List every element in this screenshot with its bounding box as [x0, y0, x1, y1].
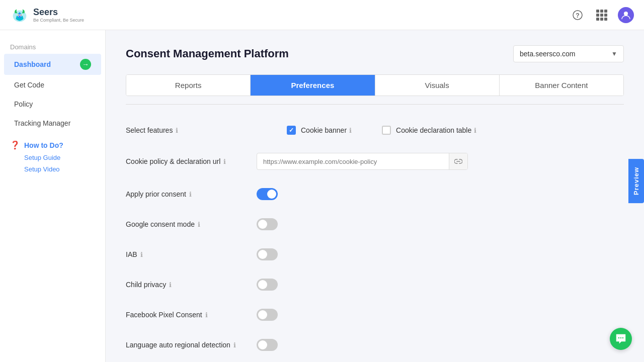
iab-info-icon[interactable]: ℹ: [140, 251, 143, 258]
iab-slider: [257, 248, 278, 260]
logo-tagline: Be Compliant, Be Secure: [33, 18, 84, 23]
child-privacy-toggle[interactable]: [257, 279, 278, 291]
svg-point-3: [18, 15, 19, 16]
cookie-policy-url-input[interactable]: [257, 153, 449, 169]
cookie-policy-label: Cookie policy & declaration url ℹ: [126, 157, 257, 165]
logo-text: Seers Be Compliant, Be Secure: [33, 7, 84, 23]
user-icon: [621, 11, 630, 20]
domain-selector[interactable]: beta.seersco.com ▼: [513, 45, 624, 62]
logo-area: Seers Be Compliant, Be Secure: [10, 6, 84, 25]
question-icon: ?: [573, 10, 583, 20]
tab-divider: [126, 104, 624, 105]
cookie-policy-info-icon[interactable]: ℹ: [223, 158, 226, 165]
help-button[interactable]: ?: [570, 7, 586, 23]
apply-prior-label: Apply prior consent ℹ: [126, 190, 257, 198]
svg-point-9: [620, 337, 621, 338]
google-consent-info-icon[interactable]: ℹ: [198, 221, 200, 228]
select-features-info-icon[interactable]: ℹ: [176, 127, 178, 134]
question-circle-icon: ❓: [10, 140, 20, 150]
cookie-banner-checkbox[interactable]: ✓: [287, 126, 296, 135]
google-consent-toggle[interactable]: [257, 218, 278, 230]
apply-prior-consent-row: Apply prior consent ℹ: [126, 179, 624, 209]
select-features-row: Select features ℹ ✓ Cookie banner ℹ: [126, 117, 624, 144]
how-to-do-section: ❓ How to Do?: [0, 133, 105, 152]
chat-icon: [615, 333, 626, 344]
check-icon: ✓: [289, 127, 294, 134]
cookie-policy-url-wrap: [257, 153, 468, 170]
cookie-declaration-feature: Cookie declaration table ℹ: [382, 126, 476, 135]
chat-button[interactable]: [610, 328, 632, 350]
cookie-policy-row: Cookie policy & declaration url ℹ: [126, 144, 624, 179]
link-icon: [454, 157, 462, 165]
preferences-section: Select features ℹ ✓ Cookie banner ℹ: [126, 117, 624, 360]
page-title: Consent Management Platform: [126, 47, 289, 60]
facebook-pixel-row: Facebook Pixel Consent ℹ: [126, 300, 624, 330]
user-avatar-button[interactable]: [618, 7, 634, 23]
facebook-pixel-label: Facebook Pixel Consent ℹ: [126, 311, 257, 319]
main-content: Consent Management Platform beta.seersco…: [106, 30, 644, 362]
svg-point-4: [21, 15, 22, 16]
svg-point-8: [618, 337, 619, 338]
tab-visuals[interactable]: Visuals: [375, 75, 500, 96]
child-privacy-slider: [257, 279, 278, 291]
child-privacy-row: Child privacy ℹ: [126, 269, 624, 300]
child-privacy-label: Child privacy ℹ: [126, 281, 257, 289]
language-auto-info-icon[interactable]: ℹ: [233, 341, 236, 349]
dashboard-active-indicator: →: [80, 59, 91, 70]
facebook-pixel-info-icon[interactable]: ℹ: [205, 311, 208, 319]
svg-text:?: ?: [576, 12, 579, 19]
select-features-label: Select features ℹ: [126, 126, 257, 134]
language-auto-toggle[interactable]: [257, 339, 278, 351]
domains-section-label: Domains: [0, 40, 105, 53]
sidebar-item-dashboard[interactable]: Dashboard →: [4, 54, 101, 75]
tabs-row: Reports Preferences Visuals Banner Conte…: [126, 74, 624, 96]
sidebar-item-policy[interactable]: Policy: [4, 95, 101, 113]
apply-prior-toggle[interactable]: [257, 188, 278, 200]
url-input-icon[interactable]: [449, 153, 467, 169]
cookie-declaration-label: Cookie declaration table ℹ: [396, 126, 476, 134]
grid-button[interactable]: [594, 7, 610, 23]
cookie-declaration-info-icon[interactable]: ℹ: [474, 127, 476, 134]
setup-video-link[interactable]: Setup Video: [0, 163, 105, 175]
cookie-declaration-checkbox[interactable]: [382, 126, 391, 135]
how-to-do-label: How to Do?: [24, 141, 63, 149]
preview-tab[interactable]: Preview: [628, 159, 644, 203]
facebook-pixel-slider: [257, 309, 278, 321]
content-header: Consent Management Platform beta.seersco…: [126, 45, 624, 62]
child-privacy-info-icon[interactable]: ℹ: [169, 281, 172, 289]
language-auto-label: Language auto regional detection ℹ: [126, 341, 257, 349]
google-consent-row: Google consent mode ℹ: [126, 209, 624, 239]
nav-icons: ?: [570, 7, 634, 23]
sidebar-get-code-label: Get Code: [14, 81, 44, 89]
sidebar-item-tracking-manager[interactable]: Tracking Manager: [4, 114, 101, 132]
language-auto-row: Language auto regional detection ℹ: [126, 330, 624, 360]
language-auto-slider: [257, 339, 278, 351]
grid-icon: [596, 10, 607, 21]
logo-name: Seers: [33, 7, 84, 18]
sidebar-policy-label: Policy: [14, 100, 33, 108]
apply-prior-slider: [257, 188, 278, 200]
facebook-pixel-toggle[interactable]: [257, 309, 278, 321]
sidebar: Domains Dashboard → Get Code Policy Trac…: [0, 30, 106, 362]
cookie-banner-info-icon[interactable]: ℹ: [349, 127, 352, 134]
svg-point-10: [622, 337, 623, 338]
google-consent-slider: [257, 218, 278, 230]
top-nav: Seers Be Compliant, Be Secure ?: [0, 0, 644, 30]
iab-label: IAB ℹ: [126, 250, 257, 258]
cookie-banner-label: Cookie banner ℹ: [301, 126, 352, 134]
domain-value: beta.seersco.com: [520, 50, 576, 58]
sidebar-dashboard-label: Dashboard: [14, 60, 51, 68]
tab-banner-content[interactable]: Banner Content: [500, 75, 623, 96]
sidebar-tracking-label: Tracking Manager: [14, 119, 70, 127]
svg-point-7: [624, 12, 628, 16]
logo-icon: [10, 6, 29, 25]
tab-reports[interactable]: Reports: [126, 75, 251, 96]
apply-prior-info-icon[interactable]: ℹ: [189, 191, 192, 198]
iab-row: IAB ℹ: [126, 239, 624, 269]
tab-preferences[interactable]: Preferences: [251, 75, 375, 96]
iab-toggle[interactable]: [257, 248, 278, 260]
dropdown-arrow-icon: ▼: [611, 50, 617, 57]
google-consent-label: Google consent mode ℹ: [126, 220, 257, 228]
setup-guide-link[interactable]: Setup Guide: [0, 152, 105, 163]
sidebar-item-get-code[interactable]: Get Code: [4, 76, 101, 94]
